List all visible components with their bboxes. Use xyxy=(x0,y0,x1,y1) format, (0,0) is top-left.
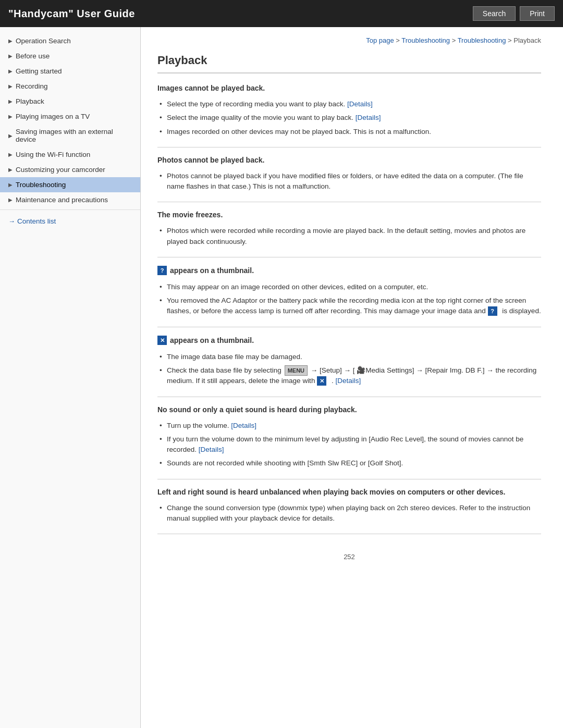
sidebar-item-troubleshooting[interactable]: ▶ Troubleshooting xyxy=(0,177,140,192)
sidebar-item-wifi[interactable]: ▶ Using the Wi-Fi function xyxy=(0,147,140,162)
list-item: If you turn the volume down to the minim… xyxy=(157,433,541,457)
arrow-icon: ▶ xyxy=(8,53,13,59)
sidebar-label: Using the Wi-Fi function xyxy=(16,151,90,158)
section-x-thumbnail: ✕ appears on a thumbnail. The image data… xyxy=(157,336,541,397)
list-item: Change the sound conversion type (downmi… xyxy=(157,501,541,526)
list-item: Select the type of recording media you w… xyxy=(157,97,541,111)
arrow-icon: ▶ xyxy=(8,98,13,104)
list-item: Photos cannot be played back if you have… xyxy=(157,169,541,194)
bullet-list-images: Select the type of recording media you w… xyxy=(157,97,541,139)
section-title-sound: No sound or only a quiet sound is heard … xyxy=(157,405,541,414)
section-title-movie: The movie freezes. xyxy=(157,211,541,219)
section-title-images: Images cannot be played back. xyxy=(157,84,541,92)
breadcrumb-sep1: > xyxy=(396,36,401,44)
sidebar-label: Saving images with an external device xyxy=(16,128,135,143)
sidebar-label: Getting started xyxy=(16,67,62,75)
details-link-audio[interactable]: [Details] xyxy=(199,446,224,453)
breadcrumb-current: Playback xyxy=(513,36,541,44)
section-no-sound: No sound or only a quiet sound is heard … xyxy=(157,405,541,479)
arrow-right-icon: → xyxy=(8,217,15,225)
breadcrumb-sep2: > xyxy=(452,36,458,44)
sidebar-label: Before use xyxy=(16,52,50,60)
bullet-list-x: The image data base file may be damaged.… xyxy=(157,350,541,388)
header-buttons: Search Print xyxy=(473,6,555,21)
sidebar-label: Playback xyxy=(16,97,44,105)
sidebar-item-getting-started[interactable]: ▶ Getting started xyxy=(0,64,140,79)
breadcrumb: Top page > Troubleshooting > Troubleshoo… xyxy=(157,36,541,44)
sidebar-label: Recording xyxy=(16,82,48,90)
print-button[interactable]: Print xyxy=(520,6,555,21)
sidebar-item-operation-search[interactable]: ▶ Operation Search xyxy=(0,33,140,48)
list-item: This may appear on an image recorded on … xyxy=(157,280,541,294)
sidebar-item-saving-images[interactable]: ▶ Saving images with an external device xyxy=(0,124,140,147)
x-icon-inline: ✕ xyxy=(317,376,326,386)
menu-button-inline: MENU xyxy=(285,365,308,376)
section-question-thumbnail: ? appears on a thumbnail. This may appea… xyxy=(157,266,541,327)
sidebar-item-playback[interactable]: ▶ Playback xyxy=(0,94,140,109)
details-link-vol[interactable]: [Details] xyxy=(231,422,256,429)
section-images-cannot: Images cannot be played back. Select the… xyxy=(157,84,541,147)
bullet-list-unbalanced: Change the sound conversion type (downmi… xyxy=(157,501,541,526)
sidebar: ▶ Operation Search ▶ Before use ▶ Gettin… xyxy=(0,27,141,728)
list-item: Select the image quality of the movie yo… xyxy=(157,111,541,125)
details-link-x[interactable]: [Details] xyxy=(335,377,361,385)
sidebar-label: Customizing your camcorder xyxy=(16,166,105,174)
breadcrumb-troubleshooting2[interactable]: Troubleshooting xyxy=(458,36,506,44)
bullet-list-question: This may appear on an image recorded on … xyxy=(157,280,541,318)
sidebar-label: Operation Search xyxy=(16,37,71,45)
arrow-icon: ▶ xyxy=(8,197,13,203)
sidebar-item-before-use[interactable]: ▶ Before use xyxy=(0,48,140,64)
section-title-photos: Photos cannot be played back. xyxy=(157,156,541,164)
details-link-2[interactable]: [Details] xyxy=(356,114,381,121)
section-title-unbalanced: Left and right sound is heard unbalanced… xyxy=(157,488,541,496)
question-icon-inline: ? xyxy=(488,306,497,316)
list-item: Sounds are not recorded while shooting w… xyxy=(157,456,541,470)
arrow-icon: ▶ xyxy=(8,114,13,119)
breadcrumb-top[interactable]: Top page xyxy=(366,36,394,44)
section-unbalanced: Left and right sound is heard unbalanced… xyxy=(157,488,541,535)
details-link-1[interactable]: [Details] xyxy=(347,100,373,108)
section-title-x: ✕ appears on a thumbnail. xyxy=(157,336,541,345)
list-item: Images recorded on other devices may not… xyxy=(157,125,541,139)
section-title-question: ? appears on a thumbnail. xyxy=(157,266,541,275)
search-button[interactable]: Search xyxy=(473,6,516,21)
sidebar-divider xyxy=(0,209,140,210)
breadcrumb-troubleshooting1[interactable]: Troubleshooting xyxy=(401,36,450,44)
sidebar-label: Playing images on a TV xyxy=(16,113,90,120)
sidebar-label: Troubleshooting xyxy=(16,181,66,189)
bullet-list-movie: Photos which were recorded while recordi… xyxy=(157,224,541,249)
sidebar-item-customizing[interactable]: ▶ Customizing your camcorder xyxy=(0,162,140,177)
list-item: Photos which were recorded while recordi… xyxy=(157,224,541,249)
list-item: Turn up the volume. [Details] xyxy=(157,419,541,433)
main-content: Top page > Troubleshooting > Troubleshoo… xyxy=(141,27,558,728)
arrow-icon: ▶ xyxy=(8,167,13,172)
app-title: "Handycam" User Guide xyxy=(8,8,135,20)
layout: ▶ Operation Search ▶ Before use ▶ Gettin… xyxy=(0,27,563,728)
list-item: You removed the AC Adaptor or the batter… xyxy=(157,294,541,318)
sidebar-item-playing-images[interactable]: ▶ Playing images on a TV xyxy=(0,109,140,124)
section-photos-cannot: Photos cannot be played back. Photos can… xyxy=(157,156,541,203)
list-item: The image data base file may be damaged. xyxy=(157,350,541,364)
list-item: Check the data base file by selecting ME… xyxy=(157,364,541,388)
page-number: 252 xyxy=(344,553,355,561)
sidebar-item-recording[interactable]: ▶ Recording xyxy=(0,79,140,94)
x-icon: ✕ xyxy=(157,336,167,345)
breadcrumb-sep3: > xyxy=(508,36,513,44)
bullet-list-sound: Turn up the volume. [Details] If you tur… xyxy=(157,419,541,471)
arrow-icon: ▶ xyxy=(8,68,13,74)
sidebar-item-maintenance[interactable]: ▶ Maintenance and precautions xyxy=(0,192,140,207)
page-footer: 252 xyxy=(157,542,541,566)
sidebar-label: Maintenance and precautions xyxy=(16,196,108,204)
contents-list-link[interactable]: → Contents list xyxy=(0,212,140,230)
arrow-icon: ▶ xyxy=(8,182,13,188)
question-icon: ? xyxy=(157,266,167,275)
header: "Handycam" User Guide Search Print xyxy=(0,0,563,27)
section-movie-freezes: The movie freezes. Photos which were rec… xyxy=(157,211,541,257)
page-title: Playback xyxy=(157,54,541,73)
bullet-list-photos: Photos cannot be played back if you have… xyxy=(157,169,541,194)
arrow-icon: ▶ xyxy=(8,133,13,139)
arrow-icon: ▶ xyxy=(8,38,13,44)
arrow-icon: ▶ xyxy=(8,152,13,157)
arrow-icon: ▶ xyxy=(8,83,13,89)
